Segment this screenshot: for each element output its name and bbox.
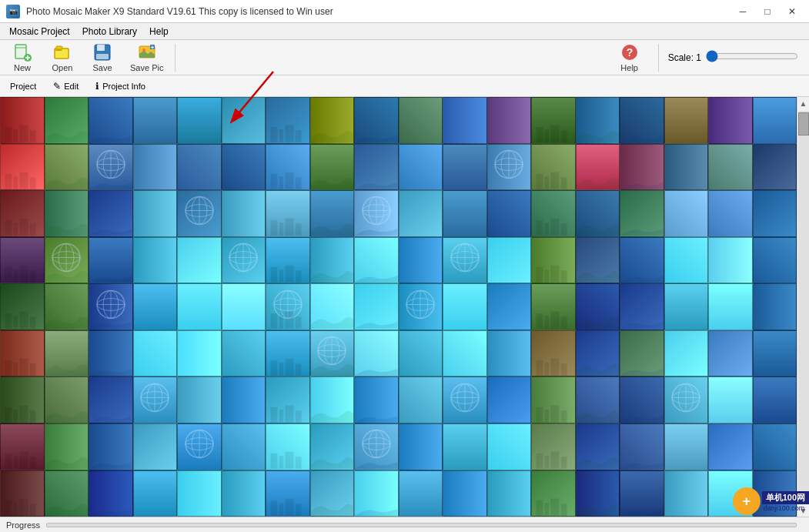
mosaic-tile[interactable] xyxy=(310,237,355,284)
mosaic-tile[interactable] xyxy=(0,283,45,330)
mosaic-tile[interactable] xyxy=(620,423,664,470)
mosaic-tile[interactable] xyxy=(133,283,178,330)
mosaic-tile[interactable] xyxy=(177,144,222,191)
mosaic-tile[interactable] xyxy=(664,190,709,237)
mosaic-tile[interactable] xyxy=(443,283,487,330)
mosaic-tile[interactable] xyxy=(708,376,753,423)
mosaic-tile[interactable] xyxy=(443,330,487,377)
mosaic-tile[interactable] xyxy=(443,237,487,284)
mosaic-tile[interactable] xyxy=(487,470,532,517)
mosaic-tile[interactable] xyxy=(399,144,443,191)
mosaic-tile[interactable] xyxy=(487,423,532,470)
mosaic-tile[interactable] xyxy=(354,283,399,330)
mosaic-tile[interactable] xyxy=(0,190,45,237)
mosaic-tile[interactable] xyxy=(0,330,45,377)
mosaic-tile[interactable] xyxy=(753,144,797,191)
mosaic-tile[interactable] xyxy=(531,190,576,237)
mosaic-tile[interactable] xyxy=(133,376,178,423)
mosaic-tile[interactable] xyxy=(222,423,266,470)
scale-slider[interactable] xyxy=(706,50,798,62)
mosaic-tile[interactable] xyxy=(89,330,133,377)
mosaic-tile[interactable] xyxy=(89,97,133,144)
mosaic-tile[interactable] xyxy=(576,144,620,191)
mosaic-tile[interactable] xyxy=(531,423,576,470)
mosaic-tile[interactable] xyxy=(133,190,178,237)
mosaic-tile[interactable] xyxy=(531,144,576,191)
mosaic-tile[interactable] xyxy=(266,237,310,284)
mosaic-tile[interactable] xyxy=(443,190,487,237)
mosaic-tile[interactable] xyxy=(487,330,532,377)
mosaic-tile[interactable] xyxy=(753,190,797,237)
mosaic-tile[interactable] xyxy=(487,376,532,423)
mosaic-tile[interactable] xyxy=(664,237,709,284)
mosaic-tile[interactable] xyxy=(45,144,89,191)
mosaic-tile[interactable] xyxy=(753,97,797,144)
mosaic-tile[interactable] xyxy=(620,376,664,423)
mosaic-tile[interactable] xyxy=(620,97,664,144)
scroll-thumb[interactable] xyxy=(798,112,809,136)
mosaic-tile[interactable] xyxy=(576,423,620,470)
mosaic-tile[interactable] xyxy=(266,190,310,237)
mosaic-tile[interactable] xyxy=(45,283,89,330)
mosaic-tile[interactable] xyxy=(531,237,576,284)
mosaic-tile[interactable] xyxy=(443,423,487,470)
mosaic-tile[interactable] xyxy=(531,470,576,517)
mosaic-tile[interactable] xyxy=(620,190,664,237)
mosaic-tile[interactable] xyxy=(45,470,89,517)
mosaic-tile[interactable] xyxy=(399,97,443,144)
mosaic-tile[interactable] xyxy=(399,376,443,423)
mosaic-tile[interactable] xyxy=(310,190,355,237)
mosaic-tile[interactable] xyxy=(620,283,664,330)
mosaic-tile[interactable] xyxy=(487,97,532,144)
mosaic-tile[interactable] xyxy=(133,470,178,517)
mosaic-tile[interactable] xyxy=(222,190,266,237)
project-info-button[interactable]: ℹ Project Info xyxy=(89,79,152,94)
open-button[interactable]: Open xyxy=(43,42,82,73)
mosaic-tile[interactable] xyxy=(177,423,222,470)
menu-photo-library[interactable]: Photo Library xyxy=(76,25,143,38)
mosaic-tile[interactable] xyxy=(664,376,709,423)
mosaic-tile[interactable] xyxy=(620,144,664,191)
mosaic-tile[interactable] xyxy=(620,330,664,377)
mosaic-tile[interactable] xyxy=(310,376,355,423)
mosaic-tile[interactable] xyxy=(222,97,266,144)
mosaic-tile[interactable] xyxy=(708,97,753,144)
mosaic-tile[interactable] xyxy=(576,330,620,377)
mosaic-tile[interactable] xyxy=(576,190,620,237)
scroll-up-button[interactable]: ▲ xyxy=(797,97,810,109)
mosaic-tile[interactable] xyxy=(45,423,89,470)
mosaic-tile[interactable] xyxy=(753,376,797,423)
mosaic-tile[interactable] xyxy=(399,423,443,470)
mosaic-tile[interactable] xyxy=(0,423,45,470)
new-button[interactable]: New xyxy=(3,42,42,73)
mosaic-tile[interactable] xyxy=(45,330,89,377)
mosaic-tile[interactable] xyxy=(0,237,45,284)
mosaic-tile[interactable] xyxy=(487,190,532,237)
mosaic-tile[interactable] xyxy=(310,283,355,330)
mosaic-tile[interactable] xyxy=(354,470,399,517)
mosaic-tile[interactable] xyxy=(708,237,753,284)
maximize-button[interactable]: □ xyxy=(757,4,778,19)
mosaic-tile[interactable] xyxy=(576,376,620,423)
mosaic-tile[interactable] xyxy=(222,470,266,517)
mosaic-tile[interactable] xyxy=(266,330,310,377)
mosaic-tile[interactable] xyxy=(177,283,222,330)
save-pic-button[interactable]: Save Pic xyxy=(123,42,170,73)
mosaic-tile[interactable] xyxy=(354,330,399,377)
mosaic-tile[interactable] xyxy=(222,237,266,284)
mosaic-tile[interactable] xyxy=(177,470,222,517)
mosaic-tile[interactable] xyxy=(399,283,443,330)
mosaic-tile[interactable] xyxy=(443,470,487,517)
mosaic-tile[interactable] xyxy=(354,376,399,423)
mosaic-tile[interactable] xyxy=(708,190,753,237)
mosaic-tile[interactable] xyxy=(222,283,266,330)
mosaic-tile[interactable] xyxy=(0,376,45,423)
mosaic-tile[interactable] xyxy=(133,144,178,191)
mosaic-tile[interactable] xyxy=(133,97,178,144)
mosaic-tile[interactable] xyxy=(222,376,266,423)
mosaic-tile[interactable] xyxy=(664,470,709,517)
mosaic-tile[interactable] xyxy=(310,330,355,377)
mosaic-tile[interactable] xyxy=(354,423,399,470)
mosaic-tile[interactable] xyxy=(576,237,620,284)
mosaic-tile[interactable] xyxy=(133,423,178,470)
